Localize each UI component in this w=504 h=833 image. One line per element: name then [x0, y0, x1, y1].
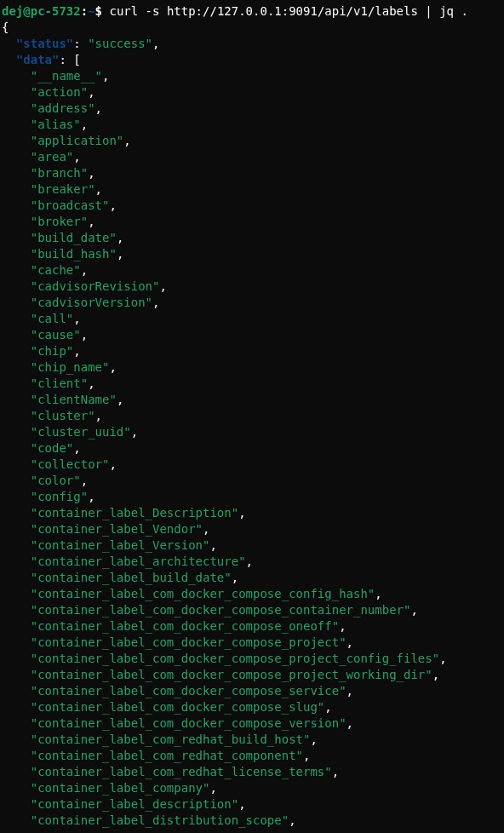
json-key-data: "data" — [16, 53, 60, 66]
json-comma: , — [232, 571, 238, 584]
prompt-user-host: dej@pc-5732 — [2, 4, 81, 18]
json-comma: , — [81, 118, 88, 131]
json-comma: , — [339, 619, 346, 633]
json-array-item: "container_label_com_docker_compose_proj… — [31, 635, 346, 649]
json-comma: , — [123, 134, 130, 147]
command-text: curl -s http://127.0.0.1:9091/api/v1/lab… — [102, 4, 468, 18]
json-array-item: "breaker" — [31, 182, 95, 196]
json-array-item: "container_label_description" — [31, 797, 238, 811]
json-array-item: "container_label_com_docker_compose_conf… — [31, 587, 375, 600]
json-array-item: "container_label_com_docker_compose_cont… — [31, 603, 411, 617]
json-array-item: "container_label_com_redhat_license_term… — [31, 765, 332, 778]
json-comma: , — [102, 69, 109, 83]
json-array-item: "container_label_com_docker_compose_vers… — [31, 716, 346, 730]
json-comma: , — [324, 700, 331, 714]
json-comma: , — [346, 684, 353, 698]
prompt-dollar: $ — [95, 4, 102, 18]
json-array-item: "build_hash" — [31, 247, 117, 261]
json-array-item: "container_label_com_docker_compose_serv… — [31, 684, 346, 698]
json-comma: , — [88, 215, 94, 228]
json-array-item: "chip" — [31, 344, 74, 358]
json-comma: , — [81, 328, 88, 342]
json-comma: , — [88, 166, 94, 180]
json-comma: , — [109, 457, 116, 471]
json-comma: , — [73, 150, 80, 164]
json-array-item: "cadvisorRevision" — [31, 279, 160, 293]
json-array-item: "cluster_uuid" — [31, 425, 131, 439]
json-comma: , — [346, 716, 353, 730]
json-comma: , — [81, 263, 88, 277]
json-comma: , — [117, 393, 123, 406]
json-key-status: "status" — [16, 37, 73, 50]
json-array-item: "client" — [31, 376, 88, 390]
json-array-item: "call" — [31, 312, 74, 325]
json-array-item: "broadcast" — [31, 198, 110, 212]
json-array-item: "config" — [31, 490, 88, 503]
json-comma: , — [73, 441, 80, 455]
json-array-item: "cluster" — [31, 409, 95, 422]
json-val-status: "success" — [88, 37, 152, 50]
json-array-item: "container_label_com_redhat_component" — [31, 749, 303, 762]
json-array-item: "container_label_architecture" — [31, 554, 246, 568]
json-comma: , — [375, 587, 381, 600]
json-comma: , — [95, 409, 102, 422]
json-data-line: "data": [ — [2, 53, 81, 66]
json-array-item: "container_label_com_docker_compose_proj… — [31, 652, 439, 665]
json-comma: , — [109, 360, 116, 374]
json-array-item: "cause" — [31, 328, 81, 342]
json-comma: , — [439, 652, 446, 665]
prompt-line: dej@pc-5732:~$ curl -s http://127.0.0.1:… — [2, 4, 468, 18]
json-array-item: "cache" — [31, 263, 81, 277]
json-sep: : — [59, 53, 73, 66]
json-array-item: "container_label_build_date" — [31, 571, 232, 584]
json-comma: , — [238, 506, 245, 520]
json-comma: , — [238, 797, 245, 811]
json-comma: , — [88, 85, 94, 99]
json-comma: , — [410, 603, 417, 617]
json-array-item: "container_label_com_redhat_build_host" — [31, 732, 311, 746]
json-comma: , — [88, 490, 94, 503]
json-comma: , — [152, 37, 159, 50]
json-array-item: "address" — [31, 101, 95, 115]
json-comma: , — [117, 247, 123, 261]
json-open-brace: { — [2, 20, 9, 34]
json-array-item: "alias" — [31, 118, 81, 131]
json-comma: , — [117, 231, 123, 244]
json-array-item: "container_label_com_docker_compose_slug… — [31, 700, 325, 714]
json-comma: , — [310, 732, 317, 746]
prompt-path: ~ — [88, 4, 94, 18]
json-array-item: "container_label_Version" — [31, 538, 210, 552]
json-array-item: "build_date" — [31, 231, 117, 244]
json-array-open: [ — [73, 53, 80, 66]
json-comma: , — [109, 198, 116, 212]
json-array-item: "container_label_com_docker_compose_proj… — [31, 668, 432, 681]
json-comma: , — [73, 312, 80, 325]
json-array-item: "clientName" — [31, 393, 117, 406]
json-comma: , — [159, 279, 166, 293]
terminal-output[interactable]: dej@pc-5732:~$ curl -s http://127.0.0.1:… — [0, 0, 504, 829]
json-comma: , — [131, 425, 138, 439]
json-array-item: "container_label_distribution_scope" — [31, 813, 289, 827]
json-array-item: "area" — [31, 150, 74, 164]
json-array-item: "broker" — [31, 215, 88, 228]
json-comma: , — [246, 554, 253, 568]
json-array-item: "branch" — [31, 166, 88, 180]
json-comma: , — [303, 749, 310, 762]
json-array-item: "collector" — [31, 457, 110, 471]
json-comma: , — [346, 635, 353, 649]
json-comma: , — [88, 376, 94, 390]
json-comma: , — [289, 813, 295, 827]
json-array-item: "chip_name" — [31, 360, 110, 374]
json-array-item: "application" — [31, 134, 124, 147]
json-comma: , — [95, 182, 102, 196]
json-comma: , — [209, 538, 216, 552]
json-comma: , — [81, 474, 88, 487]
json-sep: : — [73, 37, 88, 50]
json-items: "__name__", "action", "address", "alias"… — [2, 69, 447, 827]
prompt-colon: : — [81, 4, 88, 18]
json-comma: , — [209, 781, 216, 795]
json-array-item: "container_label_Vendor" — [31, 522, 203, 536]
json-comma: , — [152, 296, 159, 309]
json-comma: , — [95, 101, 102, 115]
json-array-item: "cadvisorVersion" — [31, 296, 152, 309]
